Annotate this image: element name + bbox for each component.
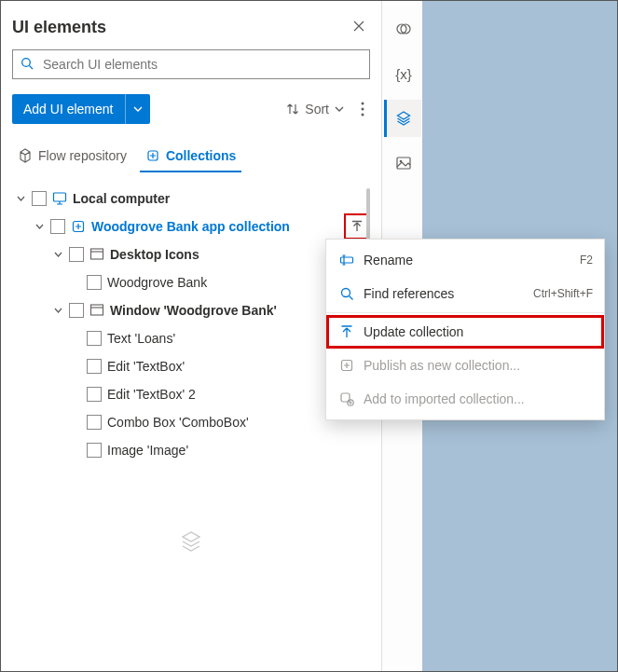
rail-btn-variables[interactable]: {x} [384, 55, 421, 92]
checkbox[interactable] [87, 415, 102, 430]
checkbox[interactable] [87, 275, 102, 290]
add-ui-element-dropdown-button[interactable] [125, 94, 150, 124]
chevron-down-icon[interactable] [53, 250, 63, 260]
search-icon [21, 57, 34, 73]
repository-icon [18, 148, 33, 163]
tree-leaf[interactable]: Combo Box 'ComboBox' [12, 408, 370, 436]
ctx-add-to-imported: Add to imported collection... [326, 382, 604, 416]
svg-point-0 [22, 58, 31, 66]
window-icon [89, 303, 104, 318]
tab-flow-repository[interactable]: Flow repository [12, 141, 132, 172]
ui-elements-tree: Local computer Woodgrove Bank app collec… [12, 185, 370, 464]
ctx-label: Publish as new collection... [364, 358, 593, 373]
svg-point-3 [362, 114, 364, 117]
rail-btn-ui-elements[interactable] [384, 100, 421, 137]
more-vertical-icon [361, 102, 364, 117]
layers-icon [395, 110, 412, 127]
tree-node-label: Edit 'TextBox' 2 [107, 387, 196, 402]
tree-node-local-computer[interactable]: Local computer [12, 185, 370, 213]
tree-leaf[interactable]: Edit 'TextBox' 2 [12, 380, 370, 408]
context-menu: Rename F2 Find references Ctrl+Shift+F U… [325, 239, 605, 420]
rail-btn-images[interactable] [384, 144, 421, 182]
chevron-down-icon[interactable] [53, 306, 63, 316]
search-icon [339, 286, 354, 301]
checkbox[interactable] [69, 303, 84, 318]
chevron-down-icon[interactable] [34, 222, 45, 232]
tree-leaf[interactable]: Text 'Loans' [12, 324, 370, 352]
svg-point-14 [342, 289, 350, 297]
search-input-container[interactable] [12, 49, 370, 79]
tab-collections-label: Collections [166, 148, 236, 163]
add-ui-element-split-button: Add UI element [12, 94, 150, 124]
checkbox[interactable] [32, 191, 47, 206]
tree-leaf[interactable]: Edit 'TextBox' [12, 352, 370, 380]
tree-node-label: Window 'Woodgrove Bank' [110, 303, 277, 318]
ctx-find-references[interactable]: Find references Ctrl+Shift+F [326, 277, 604, 310]
ctx-label: Add to imported collection... [364, 391, 593, 406]
more-options-button[interactable] [355, 98, 370, 120]
tree-leaf[interactable]: Image 'Image' [12, 436, 370, 464]
ctx-label: Find references [364, 286, 524, 301]
checkbox[interactable] [69, 247, 84, 262]
tree-node-desktop-icons[interactable]: Desktop Icons [12, 240, 370, 268]
panel-title: UI elements [12, 18, 106, 37]
tree-node-label: Edit 'TextBox' [107, 359, 185, 374]
tree-node-label: Combo Box 'ComboBox' [107, 415, 249, 430]
checkbox[interactable] [87, 443, 102, 458]
ctx-label: Update collection [364, 324, 593, 339]
tab-flow-repository-label: Flow repository [38, 148, 127, 163]
collections-icon [145, 148, 160, 163]
chevron-down-icon [335, 104, 344, 114]
tree-leaf[interactable]: Woodgrove Bank [12, 268, 370, 296]
ctx-update-collection[interactable]: Update collection [326, 315, 604, 349]
tree-node-window[interactable]: Window 'Woodgrove Bank' [12, 296, 370, 324]
ctx-label: Rename [364, 253, 570, 267]
tab-collections[interactable]: Collections [140, 141, 241, 172]
ctx-shortcut: Ctrl+Shift+F [533, 287, 593, 300]
add-ui-element-button[interactable]: Add UI element [12, 94, 125, 124]
ctx-shortcut: F2 [580, 254, 593, 267]
svg-rect-5 [54, 193, 66, 201]
checkbox[interactable] [87, 331, 102, 346]
checkbox[interactable] [87, 359, 102, 374]
collection-add-icon [339, 391, 354, 406]
checkbox[interactable] [50, 219, 65, 234]
tree-node-label: Woodgrove Bank [107, 275, 207, 290]
tree-node-label: Local computer [73, 191, 170, 206]
svg-rect-7 [91, 249, 103, 259]
ui-elements-panel: UI elements Add UI element [1, 1, 381, 671]
tree-node-collection[interactable]: Woodgrove Bank app collection [12, 213, 370, 240]
monitor-icon [52, 191, 67, 206]
tree-node-label: Image 'Image' [107, 443, 188, 458]
window-icon [89, 247, 104, 262]
tree-node-label: Woodgrove Bank app collection [91, 219, 290, 234]
variables-icon: {x} [395, 66, 412, 82]
upload-icon [339, 324, 354, 339]
svg-rect-13 [341, 257, 353, 263]
image-icon [395, 155, 412, 171]
rail-btn-copilot[interactable] [384, 10, 421, 48]
sort-button[interactable]: Sort [281, 98, 350, 120]
sort-label: Sort [305, 102, 329, 117]
svg-point-1 [362, 103, 364, 105]
search-input[interactable] [41, 56, 362, 73]
rename-icon [339, 253, 354, 267]
collection-icon [71, 219, 86, 234]
stack-icon [12, 529, 370, 556]
separator [326, 312, 604, 313]
checkbox[interactable] [87, 387, 102, 402]
chevron-down-icon [133, 104, 143, 114]
svg-point-2 [362, 108, 364, 111]
ctx-publish-new-collection: Publish as new collection... [326, 349, 604, 382]
chevron-down-icon[interactable] [16, 194, 26, 204]
copilot-icon [395, 21, 412, 37]
upload-icon [350, 220, 364, 233]
add-ui-element-label: Add UI element [23, 102, 114, 117]
ctx-rename[interactable]: Rename F2 [326, 243, 604, 277]
close-panel-button[interactable] [348, 14, 370, 40]
close-icon [353, 21, 364, 32]
sort-icon [286, 103, 299, 116]
plus-box-icon [339, 358, 354, 373]
tree-node-label: Desktop Icons [110, 247, 199, 262]
svg-rect-8 [91, 305, 103, 315]
